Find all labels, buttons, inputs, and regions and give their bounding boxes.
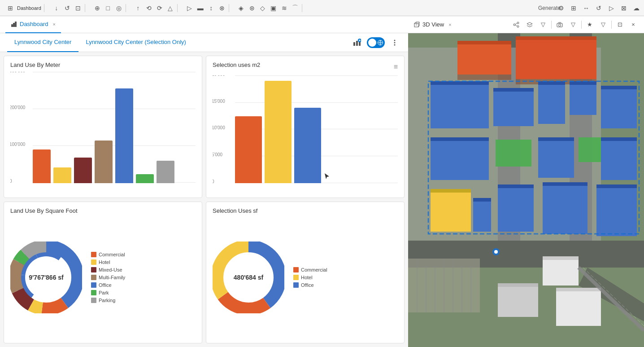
bar-hotel-1[interactable] [53, 167, 71, 183]
tool-icon-18[interactable]: ▣ [270, 4, 278, 12]
tool-icon-g2[interactable]: ⊞ [570, 4, 578, 12]
tool-icon-20[interactable]: ⌒ [291, 4, 299, 12]
chart-selection-m2: Selection uses m2 ≡ 20'000 15'000 10'000… [206, 56, 405, 198]
chart-menu-btn[interactable]: ≡ [394, 63, 398, 71]
tool-icon-g3[interactable]: ↔ [582, 4, 590, 12]
bar-hotel-2[interactable] [265, 81, 292, 183]
tool-icon-13[interactable]: ↕ [207, 4, 215, 12]
tool-icon-14[interactable]: ⊗ [218, 4, 226, 12]
chart-selection-sf: Selection Uses sf 480'684 sf [206, 202, 405, 344]
dashboard-icon[interactable]: ⊞ [6, 4, 14, 12]
donut-chart-1: 9'767'866 sf [10, 242, 82, 313]
bar-office-1[interactable] [115, 88, 133, 183]
bar-office-2[interactable] [294, 108, 321, 183]
donut-section-1: 9'767'866 sf Commercial Hotel [10, 218, 196, 338]
star-options-btn[interactable]: ▽ [598, 19, 609, 30]
sub-tabs: Lynnwood City Center Lynnwood City Cente… [0, 33, 408, 52]
tool-icon-9[interactable]: ⟳ [156, 4, 164, 12]
generate-btn[interactable]: Generate [544, 4, 553, 12]
tool-icon-12[interactable]: ▬ [196, 4, 205, 12]
city-3d-svg [408, 33, 644, 347]
legend-item-park-1: Park [91, 290, 125, 295]
bar-commercial-2[interactable] [235, 116, 262, 183]
tool-icon-1[interactable]: ↓ [52, 4, 61, 12]
svg-rect-45 [516, 39, 596, 79]
right-icon-2[interactable]: ☁ [632, 4, 640, 12]
legend-label-commercial-1: Commercial [99, 252, 125, 257]
chart-add-btn[interactable] [351, 36, 363, 49]
chart-land-use-meter: Land Use By Meter 300'000 200'000 100'00… [4, 56, 202, 198]
bar-park-1[interactable] [136, 174, 154, 183]
tool-icon-8[interactable]: ⟲ [145, 4, 153, 12]
dashboard-tab-close[interactable]: × [53, 22, 56, 27]
legend-color-parking-1 [91, 298, 96, 303]
svg-rect-2 [13, 23, 15, 27]
view3d-header: 3D View × [408, 16, 644, 33]
svg-line-32 [515, 23, 517, 24]
legend-label-hotel-1: Hotel [99, 259, 110, 265]
share-icon-btn[interactable] [511, 19, 522, 30]
svg-rect-65 [538, 137, 574, 141]
tool-icon-6[interactable]: ◎ [115, 4, 123, 12]
svg-rect-68 [431, 191, 471, 232]
svg-rect-46 [457, 41, 511, 44]
camera-icon-btn[interactable] [554, 19, 565, 30]
svg-rect-83 [498, 283, 538, 287]
toolbar-right-group: Generate ⚙ ⊞ ↔ ↺ ▷ ⊠ ☁ [544, 4, 640, 12]
chart-title-land-use-meter: Land Use By Meter [10, 61, 196, 68]
tool-icon-3[interactable]: ⊡ [74, 4, 82, 12]
tool-icon-16[interactable]: ⊛ [248, 4, 256, 12]
svg-rect-82 [498, 286, 538, 317]
bar-multifamily-1[interactable] [95, 141, 113, 183]
sub-tab-lynnwood[interactable]: Lynnwood City Center [7, 33, 78, 52]
tool-icon-11[interactable]: ▷ [186, 4, 194, 12]
view3d-tools: ▽ ▽ ★ ▽ ⊡ × [511, 19, 639, 30]
main-content: Dashboard × Lynnwood City Center Lynnwoo… [0, 16, 644, 347]
view3d-cube-icon [413, 22, 420, 28]
legend-label-commercial-2: Commercial [301, 267, 327, 272]
svg-rect-44 [457, 43, 511, 75]
tool-icon-2[interactable]: ↺ [63, 4, 71, 12]
svg-rect-50 [431, 83, 489, 128]
dashboard-tab[interactable]: Dashboard × [5, 16, 61, 33]
toggle-btn[interactable] [367, 37, 385, 48]
bar-parking-1[interactable] [157, 161, 174, 183]
tool-icon-17[interactable]: ◇ [259, 4, 267, 12]
layers-icon-btn[interactable] [524, 19, 535, 30]
tool-icon-g5[interactable]: ▷ [607, 4, 615, 12]
star-icon-btn[interactable]: ★ [584, 19, 595, 30]
sub-tab-lynnwood-label: Lynnwood City Center [14, 39, 71, 45]
svg-point-30 [513, 24, 515, 26]
donut-chart-2: 480'684 sf [213, 242, 284, 313]
map-area[interactable] [408, 33, 644, 347]
main-toolbar: ⊞ Dashboard ↓ ↺ ⊡ ⊕ □ ◎ ↑ ⟲ ⟳ △ ▷ ▬ ↕ ⊗ … [0, 0, 644, 16]
svg-rect-75 [543, 182, 587, 186]
tool-icon-19[interactable]: ≋ [280, 4, 288, 12]
legend-2: Commercial Hotel Office [293, 267, 327, 288]
legend-color-hotel-2 [293, 275, 299, 280]
tool-icon-7[interactable]: ↑ [134, 4, 142, 12]
bar-chart-land-use-meter: 300'000 200'000 100'000 0 [10, 72, 196, 192]
expand-icon-btn[interactable]: ⊡ [614, 19, 625, 30]
settings-icon-btn[interactable]: ▽ [538, 19, 548, 30]
svg-rect-56 [570, 83, 596, 115]
close-icon-btn[interactable]: × [628, 19, 639, 30]
svg-rect-73 [498, 184, 534, 188]
bar-mixeduse-1[interactable] [74, 158, 92, 183]
tool-icon-10[interactable]: △ [166, 4, 174, 12]
view3d-tab-close[interactable]: × [448, 22, 451, 27]
bar-commercial-1[interactable] [33, 149, 51, 183]
svg-point-35 [559, 24, 561, 26]
tool-icon-g1[interactable]: ⚙ [557, 4, 565, 12]
sub-tab-selection[interactable]: Lynnwood City Center (Selection Only) [78, 33, 193, 52]
tool-icon-4[interactable]: ⊕ [93, 4, 101, 12]
bar-chart-area-2: 20'000 15'000 10'000 5'000 0 [213, 75, 398, 192]
tool-icon-g4[interactable]: ↺ [595, 4, 603, 12]
camera-options-btn[interactable]: ▽ [568, 19, 579, 30]
more-options-btn[interactable] [388, 36, 401, 49]
dashboard-panel: Dashboard × Lynnwood City Center Lynnwoo… [0, 16, 408, 347]
right-icon-1[interactable]: ⊠ [620, 4, 628, 12]
tool-icon-5[interactable]: □ [104, 4, 112, 12]
tool-icon-15[interactable]: ◈ [237, 4, 245, 12]
legend-color-commercial-2 [293, 267, 299, 272]
